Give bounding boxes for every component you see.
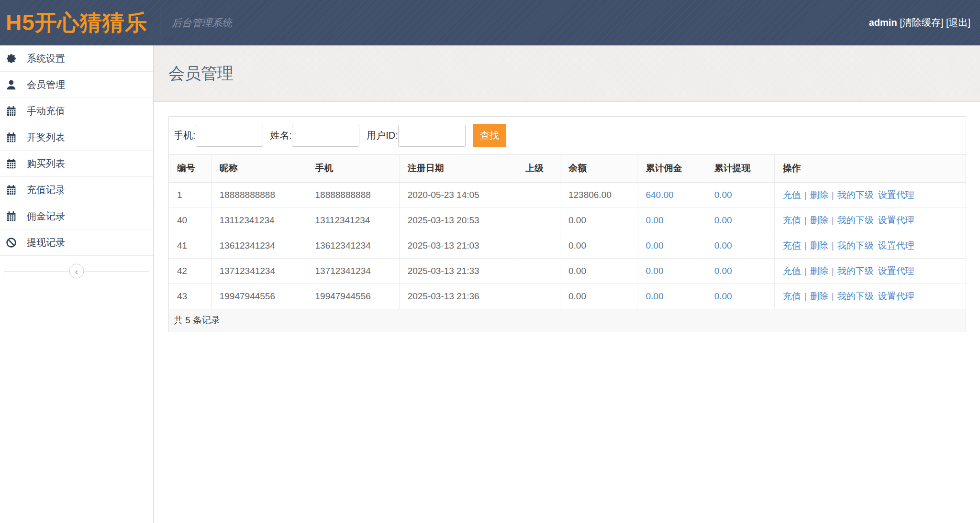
cell-parent [517,207,560,233]
cell-balance: 0.00 [560,207,637,233]
cell-id: 1 [169,182,211,207]
table-row: 43 19947944556 19947944556 2025-03-13 21… [169,283,966,309]
action-delete[interactable]: 删除 [810,215,828,225]
action-delete[interactable]: 删除 [810,240,828,251]
sidebar-item-label: 会员管理 [27,78,65,91]
sidebar-item-commission-records[interactable]: 佣金记录 [0,203,153,229]
action-delete[interactable]: 删除 [810,291,828,301]
action-recharge[interactable]: 充值 [783,240,801,251]
sidebar-item-system-settings[interactable]: 系统设置 [0,45,153,72]
action-recharge[interactable]: 充值 [783,190,801,200]
sidebar: 系统设置 会员管理 手动充值 开奖列表 购买列表 [0,45,154,523]
sidebar-item-label: 手动充值 [27,105,65,118]
sidebar-item-label: 开奖列表 [27,131,65,144]
action-set-agent[interactable]: 设置代理 [878,215,914,225]
cell-parent [517,283,560,309]
action-subordinates[interactable]: 我的下级 [837,291,874,301]
withdraw-link[interactable]: 0.00 [714,240,732,251]
user-name: admin [869,17,897,28]
commission-link[interactable]: 640.00 [646,190,673,200]
clear-cache-link[interactable]: [清除缓存] [900,17,943,28]
user-icon [6,79,17,90]
app-header: H5开心猜猜乐 后台管理系统 admin [清除缓存] [退出] [0,0,980,45]
cell-balance: 0.00 [560,258,637,283]
ban-icon [6,237,17,248]
sidebar-item-manual-recharge[interactable]: 手动充值 [0,98,153,124]
phone-label: 手机: [174,129,196,142]
sidebar-collapse-bar: ‹ [4,263,149,279]
col-phone: 手机 [307,155,399,182]
cell-phone: 13712341234 [307,258,399,283]
col-reg-date: 注册日期 [399,155,517,182]
commission-link[interactable]: 0.00 [646,291,663,301]
sidebar-item-purchase-list[interactable]: 购买列表 [0,151,153,177]
cell-actions: 充值|删除|我的下级设置代理 [774,233,966,258]
cell-actions: 充值|删除|我的下级设置代理 [774,207,966,233]
logout-link[interactable]: [退出] [946,17,970,28]
search-group-userid: 用户ID: [367,125,466,147]
withdraw-link[interactable]: 0.00 [714,266,732,276]
app-logo: H5开心猜猜乐 [0,8,160,38]
table-header-row: 编号 昵称 手机 注册日期 上级 余额 累计佣金 累计提现 操作 [169,155,966,182]
commission-link[interactable]: 0.00 [646,240,663,251]
col-commission: 累计佣金 [637,155,706,182]
commission-link[interactable]: 0.00 [646,215,663,225]
withdraw-link[interactable]: 0.00 [714,215,732,225]
action-set-agent[interactable]: 设置代理 [878,240,914,251]
col-balance: 余额 [560,155,637,182]
cell-id: 41 [169,233,211,258]
cell-reg-date: 2025-03-13 21:36 [399,283,517,309]
sidebar-collapse-button[interactable]: ‹ [69,264,84,279]
table-row: 40 13112341234 13112341234 2025-03-13 20… [169,207,966,233]
sidebar-item-member-management[interactable]: 会员管理 [0,72,153,98]
sidebar-item-withdraw-records[interactable]: 提现记录 [0,229,153,256]
cell-nickname: 18888888888 [211,182,307,207]
logo-divider [160,10,160,36]
action-set-agent[interactable]: 设置代理 [878,266,914,276]
commission-link[interactable]: 0.00 [646,266,663,276]
col-nickname: 昵称 [211,155,307,182]
action-set-agent[interactable]: 设置代理 [878,291,914,301]
action-set-agent[interactable]: 设置代理 [878,190,914,200]
withdraw-link[interactable]: 0.00 [714,291,732,301]
userid-label: 用户ID: [367,129,398,142]
calendar-icon [6,158,17,169]
action-subordinates[interactable]: 我的下级 [837,266,874,276]
cell-balance: 0.00 [560,233,637,258]
gear-icon [6,53,17,64]
col-actions: 操作 [774,155,966,182]
cell-nickname: 19947944556 [211,283,307,309]
cell-phone: 18888888888 [307,182,399,207]
cell-balance: 123806.00 [560,182,637,207]
col-id: 编号 [169,155,211,182]
action-subordinates[interactable]: 我的下级 [837,215,874,225]
name-label: 姓名: [270,129,292,142]
cell-nickname: 13112341234 [211,207,307,233]
action-recharge[interactable]: 充值 [783,215,801,225]
action-delete[interactable]: 删除 [810,266,828,276]
calendar-icon [6,106,17,117]
withdraw-link[interactable]: 0.00 [714,190,732,200]
action-delete[interactable]: 删除 [810,190,828,200]
cell-actions: 充值|删除|我的下级设置代理 [774,258,966,283]
search-group-name: 姓名: [270,125,360,147]
search-button[interactable]: 查找 [473,124,506,147]
phone-input[interactable] [196,125,263,147]
action-recharge[interactable]: 充值 [783,291,801,301]
sidebar-item-recharge-records[interactable]: 充值记录 [0,177,153,203]
record-count: 共 5 条记录 [174,314,220,327]
sidebar-item-lottery-list[interactable]: 开奖列表 [0,124,153,151]
action-recharge[interactable]: 充值 [783,266,801,276]
sidebar-item-label: 提现记录 [27,236,65,249]
calendar-icon [6,185,17,196]
cell-actions: 充值|删除|我的下级设置代理 [774,182,966,207]
chevron-left-icon: ‹ [75,266,78,276]
cell-parent [517,182,560,207]
name-input[interactable] [292,125,359,147]
collapse-tick [149,267,149,275]
cell-nickname: 13712341234 [211,258,307,283]
action-subordinates[interactable]: 我的下级 [837,190,874,200]
collapse-tick [4,267,4,275]
action-subordinates[interactable]: 我的下级 [837,240,874,251]
userid-input[interactable] [398,125,466,147]
